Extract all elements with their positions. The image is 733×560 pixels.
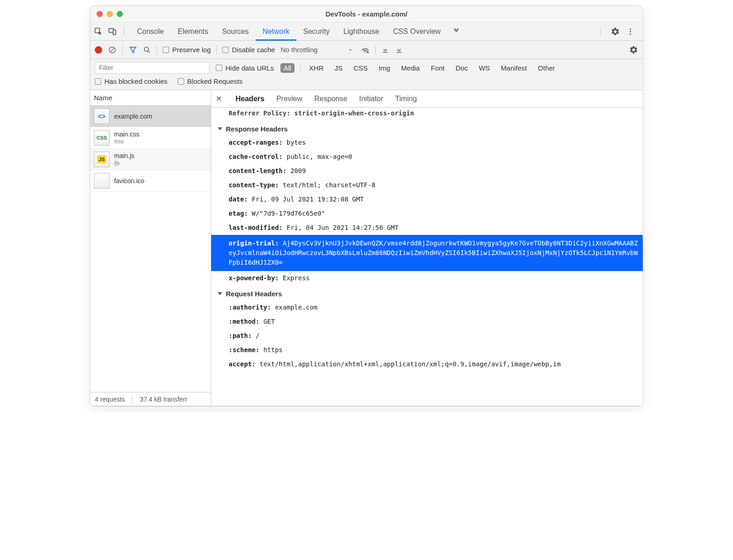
filter-type-font[interactable]: Font bbox=[427, 63, 448, 73]
header-line[interactable]: Referrer Policy: strict-origin-when-cros… bbox=[211, 108, 643, 120]
header-line[interactable]: x-powered-by: Express bbox=[211, 271, 643, 285]
detail-tabs: ✕ HeadersPreviewResponseInitiatorTiming bbox=[211, 90, 643, 108]
network-conditions-icon[interactable] bbox=[361, 45, 370, 54]
header-key: etag: bbox=[229, 210, 248, 217]
filter-type-js[interactable]: JS bbox=[331, 63, 346, 73]
header-key: last-modified: bbox=[229, 224, 283, 231]
header-line[interactable]: :scheme: https bbox=[211, 343, 643, 357]
request-row[interactable]: favicon.ico bbox=[90, 170, 211, 192]
filter-type-all[interactable]: All bbox=[280, 63, 295, 73]
more-tabs-icon[interactable] bbox=[448, 27, 465, 36]
tab-security[interactable]: Security bbox=[296, 22, 337, 40]
request-list-pane: Name <>example.comCSSmain.css/cssJSmain.… bbox=[90, 90, 211, 406]
header-line[interactable]: date: Fri, 09 Jul 2021 19:32:08 GMT bbox=[211, 192, 643, 207]
record-button[interactable] bbox=[95, 46, 102, 54]
header-key: content-length: bbox=[229, 167, 286, 174]
header-key: :path: bbox=[229, 332, 252, 339]
blocked-requests-checkbox[interactable]: Blocked Requests bbox=[178, 77, 243, 85]
tab-elements[interactable]: Elements bbox=[171, 22, 215, 40]
request-headers-section[interactable]: Request Headers bbox=[211, 285, 643, 300]
device-toggle-icon[interactable] bbox=[108, 27, 117, 36]
header-line[interactable]: accept-ranges: bytes bbox=[211, 136, 643, 150]
header-line[interactable]: etag: W/"7d9-179d76c65e0" bbox=[211, 207, 643, 221]
minimize-window-button[interactable] bbox=[107, 11, 113, 17]
header-line[interactable]: content-length: 2009 bbox=[211, 164, 643, 178]
clear-icon[interactable] bbox=[108, 45, 117, 54]
filter-icon[interactable] bbox=[128, 45, 137, 54]
request-name: favicon.ico bbox=[114, 177, 144, 185]
header-value: https bbox=[263, 346, 283, 353]
disable-cache-checkbox[interactable]: Disable cache bbox=[222, 46, 275, 54]
request-row[interactable]: <>example.com bbox=[90, 106, 211, 127]
tab-lighthouse[interactable]: Lighthouse bbox=[337, 22, 386, 40]
header-line[interactable]: origin-trial: Aj4DysCv3VjknU3jJvkDEwnQZK… bbox=[211, 235, 643, 271]
detail-tab-response[interactable]: Response bbox=[314, 91, 347, 107]
detail-tab-timing[interactable]: Timing bbox=[395, 91, 417, 107]
request-name: main.css bbox=[114, 130, 139, 138]
filter-type-media[interactable]: Media bbox=[398, 63, 423, 73]
header-line[interactable]: content-type: text/html; charset=UTF-8 bbox=[211, 178, 643, 192]
header-line[interactable]: last-modified: Fri, 04 Jun 2021 14:27:56… bbox=[211, 221, 643, 235]
response-headers-section[interactable]: Response Headers bbox=[211, 120, 643, 136]
tab-sources[interactable]: Sources bbox=[215, 22, 256, 40]
filter-type-manifest[interactable]: Manifest bbox=[498, 63, 530, 73]
settings-icon[interactable] bbox=[611, 27, 620, 36]
filter-type-ws[interactable]: WS bbox=[476, 63, 493, 73]
filter-input[interactable] bbox=[95, 62, 209, 74]
preserve-log-label: Preserve log bbox=[172, 46, 211, 54]
hide-data-urls-label: Hide data URLs bbox=[225, 64, 274, 72]
header-value: bytes bbox=[286, 139, 306, 146]
export-har-icon[interactable] bbox=[395, 46, 403, 54]
header-line[interactable]: :method: GET bbox=[211, 315, 643, 329]
import-har-icon[interactable] bbox=[381, 46, 389, 54]
throttling-select[interactable]: No throttling bbox=[280, 46, 355, 54]
header-line[interactable]: :authority: example.com bbox=[211, 300, 643, 315]
header-key: :method: bbox=[229, 318, 259, 325]
header-value: 2009 bbox=[290, 167, 306, 174]
has-blocked-cookies-checkbox[interactable]: Has blocked cookies bbox=[95, 77, 168, 85]
header-key: :authority: bbox=[229, 304, 271, 311]
main-tabs-bar: ConsoleElementsSourcesNetworkSecurityLig… bbox=[90, 22, 643, 41]
search-icon[interactable] bbox=[143, 46, 151, 54]
disable-cache-label: Disable cache bbox=[232, 46, 275, 54]
file-type-icon: CSS bbox=[94, 130, 109, 146]
network-settings-icon[interactable] bbox=[629, 45, 638, 54]
header-line[interactable]: :path: / bbox=[211, 329, 643, 343]
request-status-bar: 4 requests 37.4 kB transferr bbox=[90, 392, 211, 406]
request-name: example.com bbox=[114, 113, 152, 120]
filter-type-xhr[interactable]: XHR bbox=[306, 63, 327, 73]
detail-tab-initiator[interactable]: Initiator bbox=[359, 91, 383, 107]
header-line[interactable]: accept: text/html,application/xhtml+xml,… bbox=[211, 357, 643, 371]
request-name: main.js bbox=[114, 152, 134, 160]
svg-point-10 bbox=[367, 51, 369, 53]
inspect-element-icon[interactable] bbox=[94, 27, 103, 36]
svg-rect-2 bbox=[113, 30, 116, 34]
window-title: DevTools - example.com/ bbox=[90, 10, 643, 18]
header-line[interactable]: cache-control: public, max-age=0 bbox=[211, 150, 643, 164]
kebab-menu-icon[interactable] bbox=[626, 27, 635, 36]
column-header-name[interactable]: Name bbox=[90, 90, 211, 106]
detail-tab-headers[interactable]: Headers bbox=[235, 91, 264, 107]
svg-line-7 bbox=[110, 48, 115, 52]
svg-line-9 bbox=[148, 50, 150, 52]
throttling-value: No throttling bbox=[280, 46, 317, 54]
zoom-window-button[interactable] bbox=[117, 11, 123, 17]
titlebar: DevTools - example.com/ bbox=[90, 6, 643, 22]
header-value: text/html,application/xhtml+xml,applicat… bbox=[259, 360, 560, 368]
tab-network[interactable]: Network bbox=[256, 22, 296, 40]
header-value: public, max-age=0 bbox=[286, 153, 352, 160]
tab-css-overview[interactable]: CSS Overview bbox=[386, 22, 448, 40]
window-controls bbox=[97, 11, 123, 17]
request-row[interactable]: CSSmain.css/css bbox=[90, 127, 211, 149]
preserve-log-checkbox[interactable]: Preserve log bbox=[163, 46, 211, 54]
filter-type-other[interactable]: Other bbox=[535, 63, 558, 73]
request-row[interactable]: JSmain.js/js bbox=[90, 149, 211, 170]
close-window-button[interactable] bbox=[97, 11, 103, 17]
detail-tab-preview[interactable]: Preview bbox=[276, 91, 302, 107]
close-detail-icon[interactable]: ✕ bbox=[216, 94, 222, 103]
tab-console[interactable]: Console bbox=[130, 22, 171, 40]
filter-type-img[interactable]: Img bbox=[376, 63, 394, 73]
filter-type-css[interactable]: CSS bbox=[350, 63, 371, 73]
filter-type-doc[interactable]: Doc bbox=[452, 63, 471, 73]
hide-data-urls-checkbox[interactable]: Hide data URLs bbox=[216, 64, 274, 72]
